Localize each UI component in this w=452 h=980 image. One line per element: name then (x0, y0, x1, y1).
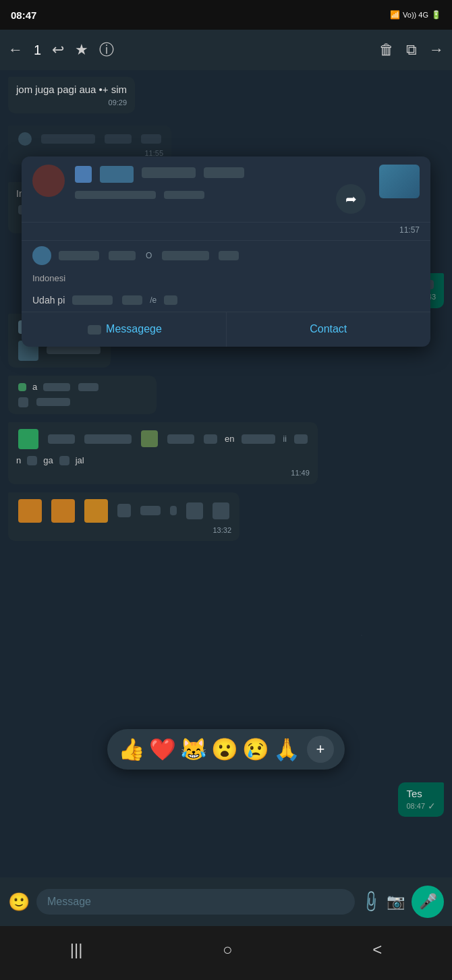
share-button[interactable]: ➦ (336, 184, 366, 214)
status-time: 08:47 (11, 9, 36, 21)
message-list: jom juga pagi aua •+ sim 09:29 11:55 (0, 76, 452, 664)
message-time: 13:32 (16, 525, 231, 536)
context-menu-overlay: 11:55 (8, 123, 444, 169)
contact-avatar (32, 246, 51, 265)
last-message-time-row: 08:47 ✓ (406, 801, 436, 811)
status-bar: 08:47 📶 Vo)) 4G 🔋 (0, 0, 452, 30)
status-icons: 📶 Vo)) 4G 🔋 (390, 10, 441, 20)
preview-content (73, 165, 371, 200)
wifi-icon: 📶 (390, 10, 400, 20)
message-action-button[interactable]: Messagege (22, 312, 227, 347)
reply-button[interactable]: ↩ (52, 41, 64, 59)
input-bar: 🙂 📎 📷 🎤 (0, 877, 452, 926)
emoji-crying[interactable]: 😢 (242, 739, 269, 760)
indonesi-tag: Indonesi (22, 270, 430, 289)
bottom-navigation: ||| ○ < (0, 926, 452, 980)
message-tick: ✓ (428, 801, 436, 811)
preview-image (379, 165, 420, 198)
context-preview: ➦ (22, 156, 430, 223)
emoji-surprised[interactable]: 😮 (211, 739, 238, 760)
star-button[interactable]: ★ (75, 41, 88, 59)
battery-icon: 🔋 (431, 10, 441, 20)
last-message-bubble: Tes 08:47 ✓ (398, 782, 444, 817)
context-actions: Messagege Contact (22, 312, 430, 347)
emoji-thumbsup[interactable]: 👍 (118, 739, 145, 760)
contact-action-button[interactable]: Contact (227, 312, 431, 347)
back-button[interactable]: ← (8, 41, 23, 59)
recent-apps-button[interactable]: ||| (70, 940, 83, 959)
table-row: en ii n ga jal 11:49 (8, 422, 444, 484)
message-bubble: a (8, 376, 157, 414)
emoji-heart[interactable]: ❤️ (149, 739, 176, 760)
chat-area: jom juga pagi aua •+ sim 09:29 11:55 (0, 70, 452, 877)
table-row: 13:32 (8, 492, 444, 541)
signal-icon: Vo)) 4G (403, 11, 428, 19)
copy-button[interactable]: ⧉ (406, 41, 417, 59)
home-button[interactable]: ○ (223, 940, 233, 959)
message-bubble: jom juga pagi aua •+ sim 09:29 (8, 77, 135, 113)
indonesi-label (219, 251, 239, 260)
emoji-pray[interactable]: 🙏 (273, 739, 300, 760)
message-time: 09:29 (16, 98, 127, 108)
emoji-input-button[interactable]: 🙂 (8, 892, 30, 913)
selected-count: 1 (34, 42, 41, 58)
emoji-more-button[interactable]: + (307, 736, 334, 763)
udah-row: Udah pi /e (22, 289, 430, 312)
attach-button[interactable]: 📎 (358, 889, 383, 914)
toolbar-right: 🗑 ⧉ → (379, 41, 444, 59)
toolbar-left: ← 1 ↩ ★ ⓘ (8, 40, 114, 60)
share-button[interactable]: → (429, 41, 444, 59)
info-button[interactable]: ⓘ (99, 40, 114, 60)
message-bubble: 13:32 (8, 492, 239, 541)
context-menu[interactable]: ➦ 11:57 O Indonesi Udah pi (22, 156, 430, 347)
context-time: 11:57 (22, 223, 430, 240)
message-input[interactable] (36, 889, 355, 915)
message-bubble: en ii n ga jal 11:49 (8, 422, 318, 484)
message-time: 11:49 (16, 468, 310, 478)
table-row: jom juga pagi aua •+ sim 09:29 (8, 77, 444, 113)
last-message-time: 08:47 (406, 802, 425, 810)
delete-button[interactable]: 🗑 (379, 41, 394, 59)
emoji-laughing[interactable]: 😹 (180, 739, 207, 760)
toolbar: ← 1 ↩ ★ ⓘ 🗑 ⧉ → (0, 30, 452, 70)
contact-info-row: O (22, 240, 430, 270)
message-label: Message (106, 323, 150, 335)
camera-button[interactable]: 📷 (387, 893, 405, 911)
emoji-reaction-bar[interactable]: 👍 ❤️ 😹 😮 😢 🙏 + (107, 729, 345, 770)
table-row: a (8, 376, 444, 414)
microphone-button[interactable]: 🎤 (412, 886, 444, 918)
last-message-text: Tes (406, 788, 422, 799)
back-nav-button[interactable]: < (372, 940, 382, 959)
message-text: jom juga pagi aua •+ sim (16, 84, 127, 95)
